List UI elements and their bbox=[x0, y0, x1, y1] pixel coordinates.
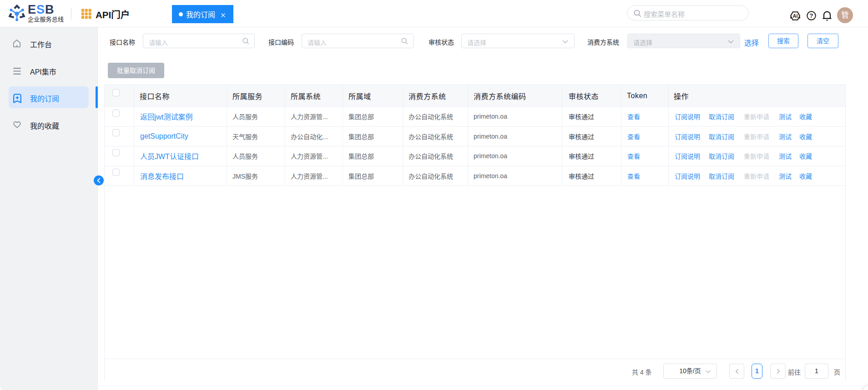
svg-text:?: ? bbox=[810, 12, 813, 19]
svg-text:AI: AI bbox=[793, 13, 798, 19]
